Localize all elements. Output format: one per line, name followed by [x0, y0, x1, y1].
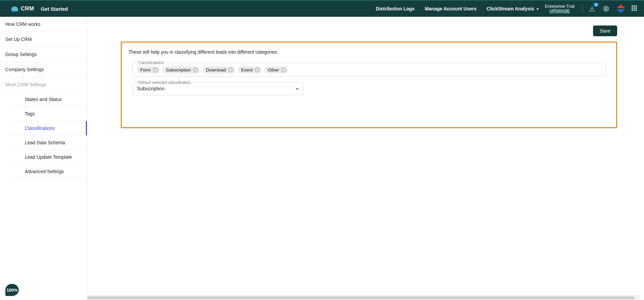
divider: [582, 4, 582, 13]
classification-chips: Form Subscription Download: [137, 66, 601, 73]
svg-rect-9: [636, 9, 637, 11]
chip-other: Other: [264, 66, 288, 73]
sidebar-item-set-up-crm[interactable]: Set Up CRM: [0, 32, 87, 47]
chip-label: Download: [206, 67, 226, 72]
save-button[interactable]: Save: [593, 26, 617, 36]
chip-remove-icon[interactable]: [255, 67, 260, 72]
chip-remove-icon[interactable]: [281, 67, 286, 72]
zoom-indicator[interactable]: 100%: [5, 284, 19, 296]
plan-name: Enterprise-Trial: [545, 4, 575, 9]
chip-form: Form: [137, 66, 160, 73]
plan-info: Enterprise-Trial UPGRADE: [545, 4, 575, 13]
topbar: CRM Get Started Distribution Logs Manage…: [0, 0, 644, 17]
toolbar: Save: [121, 26, 617, 36]
chip-subscription: Subscription: [163, 66, 200, 73]
scrollbar-thumb[interactable]: [87, 296, 635, 299]
sidebar-sub-lead-data-schema[interactable]: Lead Data Schema: [10, 136, 87, 150]
sidebar-sub-advanced-settings[interactable]: Advanced Settings: [10, 164, 87, 179]
chip-label: Subscription: [166, 67, 191, 72]
nav-manage-users[interactable]: Manage Account Users: [425, 6, 476, 11]
upgrade-link[interactable]: UPGRADE: [550, 9, 570, 13]
chip-remove-icon[interactable]: [153, 67, 158, 72]
top-menu: Distribution Logs Manage Account Users C…: [376, 6, 539, 11]
sidebar-sub-tags[interactable]: Tags: [10, 107, 87, 121]
brand-eye-icon: [11, 6, 18, 11]
apps-grid-icon[interactable]: [631, 5, 637, 12]
svg-rect-5: [634, 7, 635, 9]
default-classification-value: Subscription: [137, 86, 165, 91]
classifications-panel: These will help you in classifying diffe…: [121, 42, 617, 128]
classifications-field[interactable]: Classifications Form Subscription: [132, 63, 605, 77]
sidebar-sub-lead-update-template[interactable]: Lead Update Template: [10, 150, 87, 164]
main-content: Save These will help you in classifying …: [87, 17, 644, 300]
nav-clickstream-analysis[interactable]: ClickStream Analysis: [487, 6, 539, 11]
chip-label: Event: [241, 67, 253, 72]
sidebar-subsection: States and Status Tags Classifications L…: [0, 92, 87, 179]
svg-rect-3: [636, 5, 637, 7]
download-inbox-icon[interactable]: 0: [588, 5, 596, 12]
sidebar-item-group-settings[interactable]: Group Settings: [0, 47, 87, 62]
svg-rect-1: [632, 5, 633, 7]
nav-distribution-logs[interactable]: Distribution Logs: [376, 6, 415, 11]
chip-label: Form: [140, 67, 151, 72]
classifications-label: Classifications: [137, 60, 165, 65]
svg-rect-2: [634, 5, 635, 7]
chip-remove-icon[interactable]: [228, 67, 233, 72]
sidebar: How CRM works Set Up CRM Group Settings …: [0, 17, 87, 300]
svg-rect-8: [634, 9, 635, 11]
svg-point-0: [605, 8, 607, 10]
default-classification-label: Default selected classification: [137, 80, 192, 85]
svg-rect-7: [632, 9, 633, 11]
default-classification-select[interactable]: Default selected classification Subscrip…: [132, 83, 304, 95]
chevron-down-icon: [295, 87, 299, 93]
brand-text: CRM: [21, 5, 34, 12]
get-started-link[interactable]: Get Started: [41, 6, 68, 12]
sidebar-item-how-crm-works[interactable]: How CRM works: [0, 17, 87, 32]
chip-download: Download: [203, 66, 235, 73]
brand: CRM: [11, 5, 34, 12]
chip-label: Other: [268, 67, 279, 72]
avatar[interactable]: [616, 4, 625, 13]
svg-rect-4: [632, 7, 633, 9]
chip-event: Event: [238, 66, 262, 73]
svg-rect-6: [636, 7, 637, 9]
sidebar-section-more-settings[interactable]: More CRM Settings: [0, 77, 87, 92]
notification-badge: 0: [593, 3, 599, 7]
panel-description: These will help you in classifying diffe…: [128, 49, 610, 55]
sidebar-sub-classifications[interactable]: Classifications: [10, 121, 87, 136]
sidebar-sub-states-status[interactable]: States and Status: [10, 92, 87, 107]
horizontal-scrollbar[interactable]: [87, 295, 640, 300]
settings-gear-icon[interactable]: [602, 5, 610, 12]
sidebar-item-company-settings[interactable]: Company Settings: [0, 62, 87, 77]
chip-remove-icon[interactable]: [193, 67, 198, 72]
